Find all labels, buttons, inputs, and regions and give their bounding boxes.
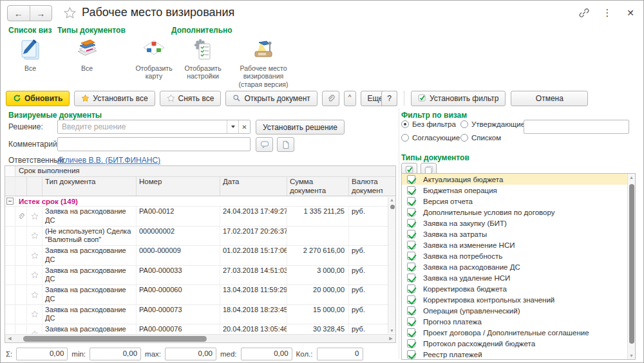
doc-type-item[interactable]: Проект договора / Дополнительные соглаше… xyxy=(402,327,627,338)
row-star-toggle[interactable] xyxy=(27,305,43,324)
doc-type-item[interactable]: Заявка на изменение НСИ xyxy=(402,239,627,250)
panel-splitter[interactable] xyxy=(399,109,399,358)
med-field[interactable]: 0,00 xyxy=(241,348,292,360)
collapse-group-icon[interactable] xyxy=(6,198,14,205)
approvers-input[interactable] xyxy=(524,120,629,133)
doc-type-item[interactable]: Операция (управленческий) xyxy=(402,305,627,316)
unset-all-button[interactable]: Снять все xyxy=(160,91,222,106)
ribbon-item-all-visas[interactable]: Все xyxy=(6,37,55,72)
filter-radio-option[interactable]: Списком xyxy=(460,134,521,142)
forward-button[interactable]: → xyxy=(30,6,52,21)
column-header-date[interactable]: Дата xyxy=(220,177,287,196)
column-header-currency[interactable]: Валюта документа xyxy=(349,177,383,196)
checkbox-icon[interactable] xyxy=(407,295,415,304)
help-button[interactable]: ? xyxy=(381,91,397,106)
row-star-toggle[interactable] xyxy=(27,207,43,226)
column-header-amount[interactable]: Сумма документа xyxy=(287,177,349,196)
table-row[interactable]: Заявка на расходование ДС 0000-000009 01… xyxy=(5,246,395,266)
checkbox-icon[interactable] xyxy=(407,175,415,183)
checkbox-icon[interactable] xyxy=(407,306,415,315)
checkbox-icon[interactable] xyxy=(407,317,415,326)
doc-type-item[interactable]: Прогноз платежа xyxy=(402,316,627,327)
refresh-button[interactable]: Обновить xyxy=(6,91,70,106)
close-icon[interactable]: ✕ xyxy=(624,6,637,19)
doc-type-item[interactable]: Заявка на затраты xyxy=(402,228,627,239)
row-star-toggle[interactable] xyxy=(27,266,43,285)
column-header-type[interactable]: Тип документа xyxy=(43,177,137,196)
table-vertical-scrollbar[interactable]: ▲ ▼ xyxy=(388,197,395,333)
min-field[interactable]: 0,00 xyxy=(90,348,141,360)
row-star-toggle[interactable] xyxy=(27,285,43,304)
cancel-button[interactable]: Отмена xyxy=(511,91,588,106)
collapse-button[interactable]: ^ xyxy=(344,91,356,106)
open-document-button[interactable]: Открыть документ xyxy=(225,91,317,106)
row-star-toggle[interactable] xyxy=(27,227,43,246)
scroll-right-icon[interactable]: ▶ xyxy=(386,336,395,341)
row-star-toggle[interactable] xyxy=(27,324,43,333)
ribbon-item-old-version[interactable]: Рабочее место визирования (старая версия… xyxy=(231,37,296,88)
scrollbar-thumb[interactable] xyxy=(390,205,395,209)
table-row[interactable]: Заявка на расходование ДС РА00-0012 24.0… xyxy=(5,207,395,227)
comment-input[interactable] xyxy=(58,138,250,151)
doc-type-item[interactable]: Заявка на потребность xyxy=(402,250,627,261)
ribbon-item-show-settings[interactable]: Отобразить настройки xyxy=(176,37,230,80)
comment-document-button[interactable] xyxy=(277,137,294,152)
copy-link-icon[interactable] xyxy=(578,6,591,19)
doc-type-item[interactable]: Заявка на расходование ДС xyxy=(402,261,627,272)
group-row-expired[interactable]: Истек срок (149) xyxy=(5,196,395,207)
checkbox-icon[interactable] xyxy=(407,350,415,358)
table-row[interactable]: Заявка на расходование ДС РА00-000076 20… xyxy=(5,324,395,333)
table-header-row[interactable]: Тип документа Номер Дата Сумма документа… xyxy=(5,177,395,196)
doc-type-item[interactable]: Корректировка контрольных значений xyxy=(402,294,627,305)
attachments-button[interactable] xyxy=(322,91,339,106)
checkbox-icon[interactable] xyxy=(407,274,415,282)
doc-type-item[interactable]: Дополнительные условия по договору xyxy=(402,207,627,218)
set-all-button[interactable]: Установить все xyxy=(74,91,155,106)
doc-type-item[interactable]: Заявка на закупку (БИТ) xyxy=(402,218,627,228)
filter-radio-option[interactable]: Согласующие xyxy=(401,134,460,142)
ribbon-item-all-doc-types[interactable]: Все xyxy=(62,37,111,72)
scroll-left-icon[interactable]: ◀ xyxy=(5,336,14,341)
row-star-toggle[interactable] xyxy=(27,246,43,265)
checkbox-icon[interactable] xyxy=(407,241,415,249)
checkbox-icon[interactable] xyxy=(407,263,415,271)
decision-clear-button[interactable]: ✕ xyxy=(238,120,250,133)
doc-type-item[interactable]: Реестр платежей xyxy=(402,349,627,360)
checkbox-icon[interactable] xyxy=(407,328,415,337)
doc-type-item[interactable]: Версия отчета xyxy=(402,196,627,207)
documents-table[interactable]: Срок выполнения Тип документа Номер Дата… xyxy=(5,165,396,343)
decision-input[interactable] xyxy=(58,120,227,133)
more-menu-icon[interactable]: ⋮ xyxy=(601,6,614,19)
table-horizontal-scrollbar[interactable]: ◀ ▶ xyxy=(5,334,395,342)
table-header-group-row[interactable]: Срок выполнения xyxy=(5,166,395,177)
checkbox-icon[interactable] xyxy=(407,186,415,194)
count-field[interactable]: 0 xyxy=(317,348,363,360)
checkbox-icon[interactable] xyxy=(407,230,415,238)
sum-field[interactable]: 0,00 xyxy=(16,348,68,360)
table-row[interactable]: Заявка на расходование ДС РА00-000033 27… xyxy=(5,266,395,286)
doc-type-item[interactable]: Актуализация бюджета xyxy=(402,174,627,185)
responsible-link[interactable]: Агличев В.В. (БИТ.ФИНАНС) xyxy=(57,156,160,165)
checkbox-icon[interactable] xyxy=(407,197,415,205)
checkbox-icon[interactable] xyxy=(407,339,415,348)
decision-dropdown-button[interactable] xyxy=(227,120,238,133)
favorite-star-icon[interactable] xyxy=(63,6,77,19)
scroll-up-icon[interactable]: ▲ xyxy=(628,175,635,180)
filter-radio-option[interactable]: Без фильтра xyxy=(401,120,460,128)
doc-type-item[interactable]: Протокол расхождений бюджета xyxy=(402,338,627,349)
checkbox-icon[interactable] xyxy=(407,284,415,293)
scrollbar-thumb[interactable] xyxy=(23,336,207,342)
scroll-down-icon[interactable]: ▼ xyxy=(388,328,395,333)
table-row[interactable]: (Не используется) Сделка "Валютный своп"… xyxy=(5,227,395,247)
table-row[interactable]: Заявка на расходование ДС РА00-000073 18… xyxy=(5,305,395,325)
back-button[interactable]: ← xyxy=(8,6,30,21)
column-header-number[interactable]: Номер xyxy=(137,177,220,196)
table-body[interactable]: Истек срок (149) Заявка на расходование … xyxy=(5,196,395,333)
column-header-deadline[interactable]: Срок выполнения xyxy=(15,166,80,176)
doc-type-item[interactable]: Заявка на удаление НСИ xyxy=(402,272,627,283)
max-field[interactable]: 0,00 xyxy=(165,348,216,360)
table-row[interactable]: Заявка на расходование ДС РА00-000060 13… xyxy=(5,285,395,305)
ribbon-item-show-map[interactable]: Отобразить карту xyxy=(127,37,181,80)
filter-radio-option[interactable]: Утверждающие xyxy=(460,120,521,128)
doc-type-item[interactable]: Бюджетная операция xyxy=(402,185,627,196)
